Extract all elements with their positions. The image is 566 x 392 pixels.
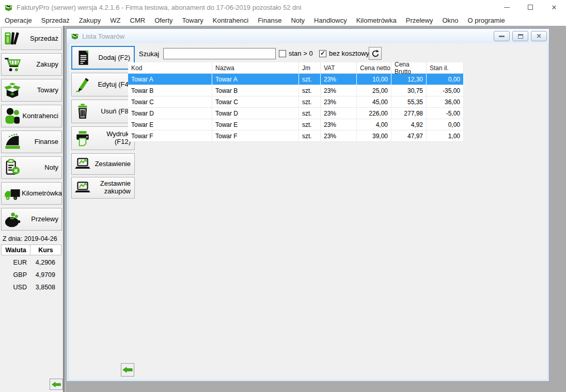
search-label: Szukaj: [139, 50, 159, 58]
rate-currency: USD: [1, 284, 30, 291]
usun-button[interactable]: Usuń (F8): [71, 100, 135, 123]
maximize-icon: [528, 5, 533, 10]
menu-cmr[interactable]: CMR: [125, 17, 150, 24]
menu-towary[interactable]: Towary: [178, 17, 208, 24]
cash-register-icon: [3, 133, 22, 151]
child-minimize-icon: [499, 36, 505, 37]
cell-cena-netto: 39,00: [357, 130, 391, 141]
cell-vat: 23%: [321, 85, 357, 96]
child-window-title: Lista Towarów: [82, 32, 124, 40]
child-client: Dodaj (F2) Edytuj (F4): [69, 43, 547, 380]
cell-kod: Towar B: [128, 85, 212, 96]
cell-stan: -35,00: [427, 85, 464, 96]
note-icon: [3, 158, 22, 177]
col-cena-brutto[interactable]: Cena Brutto: [391, 62, 427, 73]
wydruki-button[interactable]: Wydruki (F12): [71, 126, 135, 150]
zestawienie-zakupow-button[interactable]: Zestawnie zakupów: [71, 177, 135, 199]
menu-handlowcy[interactable]: Handlowcy: [309, 17, 352, 24]
sidebar-label: Przelewy: [22, 216, 61, 223]
search-input[interactable]: [163, 48, 276, 59]
menu-o-programie[interactable]: O programie: [463, 17, 510, 24]
filter-stan[interactable]: stan > 0: [279, 50, 313, 57]
menu-zakupy[interactable]: Zakupy: [74, 17, 106, 24]
sidebar: Sprzedaż Zakupy Towary: [0, 26, 63, 392]
cell-kod: Towar A: [128, 74, 212, 85]
child-close-button[interactable]: ✕: [531, 31, 547, 41]
cell-cena-brutto: 12,30: [391, 74, 427, 85]
sidebar-label: Sprzedaż: [22, 35, 61, 42]
cell-nazwa: Towar C: [212, 96, 299, 107]
close-icon: ✕: [552, 4, 557, 11]
child-window-controls: ✕: [491, 31, 547, 41]
table-row[interactable]: Towar C Towar C szt. 23% 45,00 55,35 36,…: [128, 96, 464, 108]
sidebar-label: Noty: [22, 164, 61, 171]
toolbar-label: Zestawienie: [91, 160, 134, 168]
child-window-icon: [71, 32, 79, 40]
menu-okno[interactable]: Okno: [437, 17, 463, 24]
cell-stan: 1,00: [427, 130, 464, 141]
sidebar-item-noty[interactable]: Noty: [1, 156, 62, 179]
col-nazwa[interactable]: Nazwa: [212, 62, 299, 73]
filter-bez-kosztowych[interactable]: bez kosztowych: [319, 50, 376, 57]
menu-kilometrowka[interactable]: Kilometrówka: [352, 17, 401, 24]
child-minimize-button[interactable]: [494, 31, 510, 41]
table-row[interactable]: Towar A Towar A szt. 23% 10,00 12,30 0,0…: [128, 74, 464, 85]
sidebar-item-przelewy[interactable]: Przelewy: [1, 208, 62, 231]
table-row[interactable]: Towar B Towar B szt. 23% 25,00 30,75 -35…: [128, 85, 464, 96]
cell-jm: szt.: [299, 108, 321, 119]
col-kod[interactable]: Kod: [128, 62, 212, 73]
child-window-lista-towarow: Lista Towarów ✕ Dodaj (F2): [66, 28, 549, 382]
menu-noty[interactable]: Noty: [286, 17, 309, 24]
col-cena-netto[interactable]: Cena netto: [357, 62, 391, 73]
col-jm[interactable]: Jm: [299, 62, 321, 73]
cell-cena-netto: 10,00: [357, 74, 391, 85]
child-back-button[interactable]: [121, 363, 134, 377]
piggy-bank-icon: [3, 210, 22, 228]
menu-sprzedaz[interactable]: Sprzedaż: [37, 17, 74, 24]
table-row[interactable]: Towar F Towar F szt. 23% 39,00 47,97 1,0…: [128, 130, 464, 142]
menu-przelewy[interactable]: Przelewy: [401, 17, 438, 24]
cell-vat: 23%: [321, 96, 357, 107]
refresh-button[interactable]: [369, 47, 382, 60]
cell-cena-brutto: 47,97: [391, 130, 427, 141]
cell-stan: 0,00: [427, 74, 464, 85]
dodaj-button[interactable]: Dodaj (F2): [71, 46, 135, 70]
menu-wz[interactable]: WZ: [105, 17, 125, 24]
maximize-button[interactable]: [518, 0, 542, 14]
col-vat[interactable]: VAT: [321, 62, 357, 73]
edit-pen-icon: [74, 76, 91, 93]
cell-jm: szt.: [299, 119, 321, 130]
edytuj-button[interactable]: Edytuj (F4): [71, 73, 135, 96]
cell-nazwa: Towar F: [212, 130, 299, 141]
sidebar-item-sprzedaz[interactable]: Sprzedaż: [1, 27, 62, 50]
menu-operacje[interactable]: Operacje: [0, 17, 37, 24]
sidebar-item-towary[interactable]: Towary: [1, 79, 62, 102]
products-table: Kod Nazwa Jm VAT Cena netto Cena Brutto …: [128, 62, 464, 142]
menu-finanse[interactable]: Finanse: [253, 17, 286, 24]
child-titlebar[interactable]: Lista Towarów ✕: [67, 29, 549, 43]
sidebar-label: Zakupy: [22, 61, 61, 68]
rates-date: Z dnia: 2019-04-26: [3, 235, 57, 242]
cell-cena-netto: 45,00: [357, 96, 391, 107]
close-button[interactable]: ✕: [542, 0, 566, 14]
sidebar-item-zakupy[interactable]: Zakupy: [1, 53, 62, 76]
child-restore-button[interactable]: [512, 31, 528, 41]
child-restore-icon: [518, 34, 523, 39]
table-row[interactable]: Towar E Towar E szt. 23% 4,00 4,92 0,00: [128, 119, 464, 130]
sidebar-item-finanse[interactable]: Finanse: [1, 130, 62, 153]
cell-jm: szt.: [299, 85, 321, 96]
app-icon: [4, 3, 13, 12]
minimize-button[interactable]: [495, 0, 518, 14]
col-stan[interactable]: Stan il.: [427, 62, 464, 73]
zestawienie-button[interactable]: Zestawienie: [71, 153, 135, 175]
cell-jm: szt.: [299, 96, 321, 107]
table-row[interactable]: Towar D Towar D szt. 23% 226,00 277,98 -…: [128, 108, 464, 119]
cell-kod: Towar C: [128, 96, 212, 107]
menu-oferty[interactable]: Oferty: [150, 17, 177, 24]
sidebar-item-kontrahenci[interactable]: Kontrahenci: [1, 105, 62, 127]
cell-vat: 23%: [321, 74, 357, 85]
sidebar-item-kilometrowka[interactable]: Kilometrówka: [1, 182, 62, 205]
sidebar-back-button[interactable]: [50, 379, 63, 390]
menu-kontrahenci[interactable]: Kontrahenci: [208, 17, 253, 24]
bez-kosztowych-checkbox: [319, 50, 326, 57]
